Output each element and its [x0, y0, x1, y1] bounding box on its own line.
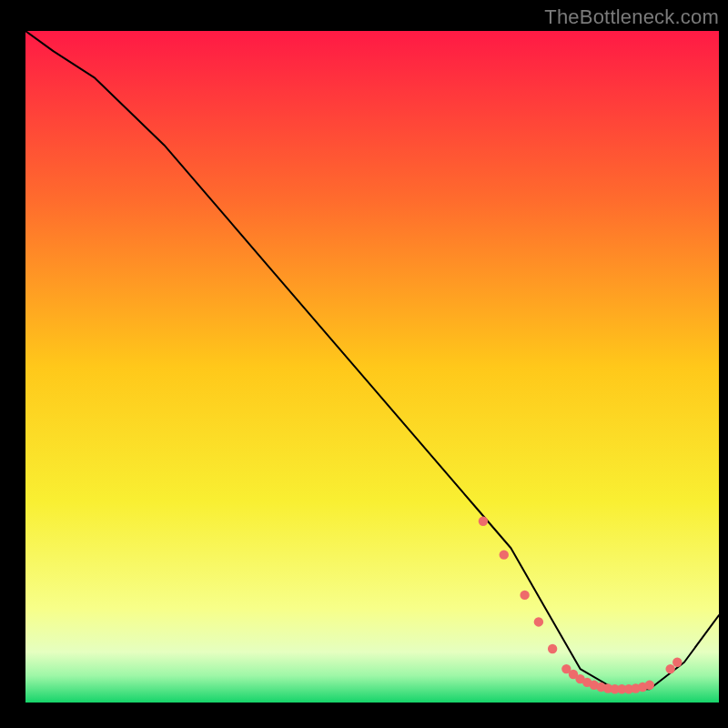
gradient-background	[25, 31, 719, 703]
watermark-text: TheBottleneck.com	[544, 5, 719, 29]
chart-svg	[25, 31, 719, 703]
marker-point	[500, 550, 509, 559]
marker-point	[645, 681, 654, 690]
marker-point	[548, 644, 557, 653]
plot-area	[25, 31, 719, 703]
marker-point	[479, 517, 488, 526]
marker-point	[665, 664, 674, 673]
marker-point	[672, 658, 682, 667]
marker-point	[520, 591, 529, 600]
marker-point	[534, 617, 543, 626]
chart-frame: TheBottleneck.com	[0, 0, 728, 728]
